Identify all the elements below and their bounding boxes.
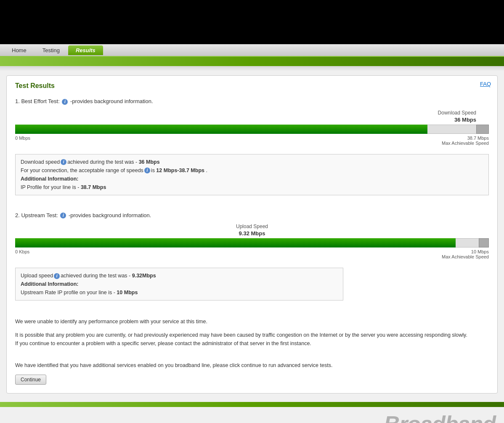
upload-info-ip-prefix: Upstream Rate IP profile on your line is… bbox=[21, 290, 117, 295]
nav-bar: Home Testing Results bbox=[0, 44, 504, 57]
download-info-icon[interactable]: i bbox=[61, 159, 66, 165]
page-title: Test Results bbox=[15, 82, 489, 90]
upload-info-line1-suffix: achieved during the test was - bbox=[61, 273, 132, 279]
grey-stripe bbox=[0, 66, 504, 71]
download-info-line1-suffix: achieved during the test was - bbox=[67, 159, 139, 165]
upload-bar-container bbox=[15, 238, 489, 247]
bottom-text-3: We have identified that you have additio… bbox=[15, 361, 489, 370]
continue-button[interactable]: Continue bbox=[15, 375, 46, 385]
upload-bar-left-label: 0 Kbps bbox=[15, 249, 29, 259]
best-effort-label: 1. Best Effort Test: i -provides backgro… bbox=[15, 98, 489, 105]
range-info-icon[interactable]: i bbox=[144, 168, 150, 173]
best-effort-info-icon[interactable]: i bbox=[62, 99, 68, 105]
download-info-line2-end: . bbox=[204, 168, 207, 173]
download-speed-section: Download Speed 36 Mbps 0 Mbps 38.7 Mbps … bbox=[15, 110, 489, 146]
download-info-line2-suffix: is bbox=[151, 168, 157, 173]
upload-info-line1-bold: 9.32Mbps bbox=[132, 273, 156, 279]
upload-bar-right-value: 10 Mbps bbox=[442, 249, 489, 254]
download-info-ip-bold: 38.7 Mbps bbox=[81, 184, 106, 190]
upload-speed-value: 9.32 Mbps bbox=[15, 230, 489, 237]
content-box: FAQ Test Results 1. Best Effort Test: i … bbox=[6, 75, 498, 394]
top-bar bbox=[0, 0, 504, 44]
tab-home[interactable]: Home bbox=[4, 45, 34, 55]
download-bar-container bbox=[15, 125, 489, 134]
download-bar-fill bbox=[15, 125, 427, 134]
footer-brand: Broadband bbox=[0, 407, 504, 423]
faq-link[interactable]: FAQ bbox=[480, 81, 491, 87]
download-bar-right-value: 38.7 Mbps bbox=[442, 136, 489, 141]
download-info-box: Download speediachieved during the test … bbox=[15, 154, 489, 195]
download-bar-labels: 0 Mbps 38.7 Mbps Max Achievable Speed bbox=[15, 136, 489, 146]
upstream-info-icon[interactable]: i bbox=[60, 213, 66, 218]
bottom-text-1: We were unable to identify any performan… bbox=[15, 317, 489, 326]
download-info-line2-prefix: For your connection, the acceptable rang… bbox=[21, 168, 143, 173]
upload-info-line1-prefix: Upload speed bbox=[21, 273, 53, 279]
upload-speed-label: Upload Speed bbox=[15, 223, 489, 229]
brand-text: Broadband bbox=[384, 411, 496, 423]
upload-speed-section: Upload Speed 9.32 Mbps 0 Kbps 10 Mbps Ma… bbox=[15, 223, 489, 259]
upload-bar-marker bbox=[479, 238, 489, 247]
download-speed-value: 36 Mbps bbox=[15, 117, 489, 123]
download-bar-left-label: 0 Mbps bbox=[15, 136, 30, 146]
download-info-line2-bold: 12 Mbps-38.7 Mbps bbox=[156, 168, 204, 173]
download-bar-right-label: Max Achievable Speed bbox=[442, 141, 489, 146]
tab-testing[interactable]: Testing bbox=[35, 45, 67, 55]
upload-bar-right-label: Max Achievable Speed bbox=[442, 254, 489, 259]
upstream-label: 2. Upstream Test: i -provides background… bbox=[15, 212, 489, 219]
main-content: FAQ Test Results 1. Best Effort Test: i … bbox=[0, 71, 504, 402]
upload-info-box: Upload speediachieved during the test wa… bbox=[15, 268, 343, 301]
upload-info-additional-label: Additional Information: bbox=[21, 281, 78, 287]
green-stripe bbox=[0, 57, 504, 66]
download-info-additional-label: Additional Information: bbox=[21, 176, 78, 182]
download-speed-label: Download Speed bbox=[15, 110, 489, 116]
bottom-text-2: It is possible that any problem you are … bbox=[15, 331, 489, 348]
download-info-line1-prefix: Download speed bbox=[21, 159, 60, 165]
footer-green-stripe bbox=[0, 402, 504, 407]
upload-bar-labels: 0 Kbps 10 Mbps Max Achievable Speed bbox=[15, 249, 489, 259]
upload-info-ip-bold: 10 Mbps bbox=[117, 290, 138, 295]
download-info-line1-bold: 36 Mbps bbox=[139, 159, 160, 165]
upload-info-icon[interactable]: i bbox=[54, 273, 60, 279]
tab-results[interactable]: Results bbox=[68, 45, 103, 55]
download-bar-marker bbox=[476, 125, 489, 134]
upload-bar-fill bbox=[15, 238, 456, 247]
download-info-ip-prefix: IP Profile for your line is - bbox=[21, 184, 81, 190]
